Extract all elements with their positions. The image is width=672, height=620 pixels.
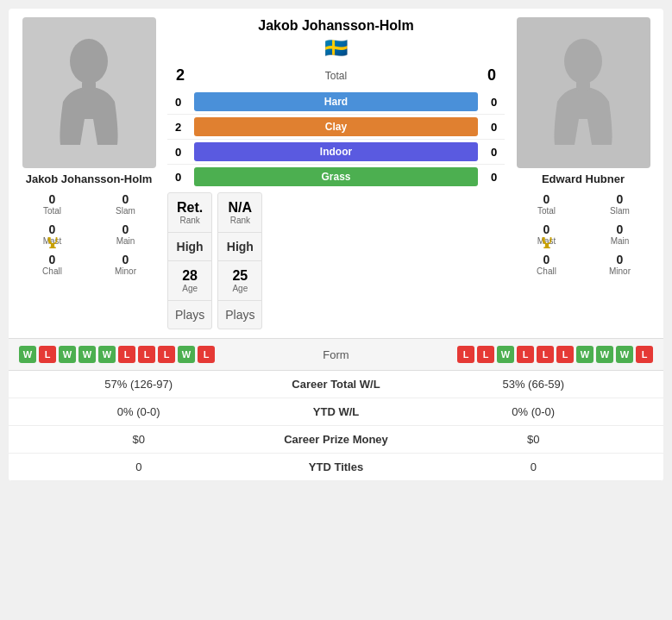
prize-left: $0 — [19, 433, 259, 446]
clay-surface-row: 2 Clay 0 — [167, 115, 505, 140]
indoor-surface-btn[interactable]: Indoor — [194, 142, 478, 161]
stats-table: 57% (126-97) Career Total W/L 53% (66-59… — [9, 370, 663, 481]
career-wl-left: 57% (126-97) — [19, 378, 259, 391]
left-rank-row: Ret. Rank — [168, 193, 211, 233]
center-info-boxes: Ret. Rank High 28 Age Plays — [167, 192, 505, 329]
form-badge-w: W — [576, 346, 593, 363]
left-minor-stat: 0 Minor — [89, 249, 162, 279]
clay-surface-btn[interactable]: Clay — [194, 117, 478, 136]
right-high-row: High — [218, 233, 261, 261]
indoor-right-val: 0 — [483, 146, 505, 159]
svg-point-2 — [564, 39, 602, 84]
top-compare: Jakob Johansson-Holm 0 Total 0 Slam 0 Ma… — [9, 9, 663, 338]
right-slam-stat: 0 Slam — [583, 189, 656, 219]
right-chall-val: 0 — [543, 253, 550, 266]
left-chall-lbl: Chall — [42, 266, 62, 276]
form-badge-w: W — [19, 346, 36, 363]
right-age-lbl: Age — [232, 284, 248, 293]
clay-right-val: 0 — [483, 121, 505, 134]
form-badge-w: W — [616, 346, 633, 363]
form-badge-l: L — [39, 346, 56, 363]
total-left-val: 2 — [167, 66, 193, 85]
ytd-wl-right: 0% (0-0) — [414, 405, 654, 418]
form-badge-w: W — [596, 346, 613, 363]
right-player-silhouette — [544, 37, 622, 149]
prize-right: $0 — [414, 433, 654, 446]
right-total-val: 0 — [543, 192, 550, 206]
left-age-lbl: Age — [182, 284, 198, 293]
right-rank-row: N/A Rank — [218, 193, 261, 233]
right-total-lbl: Total — [537, 206, 556, 216]
left-player-flag: 🇸🇪 — [324, 37, 348, 59]
left-total-stat: 0 Total — [16, 189, 89, 219]
form-badge-w: W — [178, 346, 195, 363]
left-slam-lbl: Slam — [116, 206, 135, 216]
right-plays-row: Plays — [218, 301, 261, 329]
total-center-lbl: Total — [325, 70, 347, 82]
left-player-avatar — [22, 17, 156, 168]
left-total-val: 0 — [49, 192, 56, 206]
left-age-row: 28 Age — [168, 261, 211, 301]
right-main-val: 0 — [617, 222, 624, 236]
right-minor-val: 0 — [617, 253, 624, 266]
right-chall-lbl: Chall — [537, 266, 556, 276]
left-rank-val: Ret. — [177, 200, 203, 216]
form-label: Form — [302, 348, 371, 361]
svg-point-0 — [70, 39, 108, 84]
hard-surface-row: 0 Hard 0 — [167, 90, 505, 115]
career-wl-row: 57% (126-97) Career Total W/L 53% (66-59… — [9, 371, 663, 398]
right-player-stats-grid: 0 Total 0 Slam 0 Mast 0 Main — [510, 189, 656, 279]
form-badge-w: W — [98, 346, 116, 363]
form-badge-l: L — [198, 346, 215, 363]
left-slam-stat: 0 Slam — [89, 189, 162, 219]
form-badge-w: W — [59, 346, 76, 363]
right-total-stat: 0 Total — [510, 189, 583, 219]
ytd-titles-left: 0 — [19, 460, 259, 473]
left-plays-row: Plays — [168, 301, 211, 329]
career-wl-label: Career Total W/L — [259, 378, 414, 391]
right-mast-stat: 0 Mast — [510, 219, 583, 249]
left-main-val: 0 — [122, 222, 129, 236]
right-form-badges: LLWLLLWWWL — [376, 346, 654, 363]
ytd-titles-row: 0 YTD Titles 0 — [9, 454, 663, 481]
right-stats-box: N/A Rank High 25 Age Plays — [217, 192, 262, 329]
total-line: 2 Total 0 — [167, 65, 505, 90]
right-mast-val: 0 — [543, 222, 550, 236]
left-main-lbl: Main — [116, 236, 135, 246]
career-wl-right: 53% (66-59) — [414, 378, 654, 391]
grass-surface-row: 0 Grass 0 — [167, 165, 505, 189]
left-player-name: Jakob Johansson-Holm — [26, 172, 153, 185]
right-player-panel: Edward Hubner 0 Total 0 Slam 0 Mast — [510, 17, 656, 279]
left-chall-stat: 0 Chall — [16, 249, 89, 279]
right-main-stat: 0 Main — [583, 219, 656, 249]
left-plays-lbl: Plays — [175, 308, 204, 322]
left-player-stats-grid: 0 Total 0 Slam 0 Mast 0 Main — [16, 189, 162, 279]
hard-surface-btn[interactable]: Hard — [194, 92, 478, 111]
svg-rect-1 — [82, 80, 96, 91]
main-container: Jakob Johansson-Holm 0 Total 0 Slam 0 Ma… — [9, 9, 663, 481]
right-main-lbl: Main — [611, 236, 630, 246]
left-player-panel: Jakob Johansson-Holm 0 Total 0 Slam 0 Ma… — [16, 17, 162, 279]
grass-surface-btn[interactable]: Grass — [194, 167, 478, 186]
form-badge-l: L — [556, 346, 574, 363]
form-badge-w: W — [497, 346, 514, 363]
left-age-val: 28 — [182, 268, 198, 284]
right-age-row: 25 Age — [218, 261, 261, 301]
left-high-val: High — [177, 240, 204, 254]
right-slam-lbl: Slam — [610, 206, 630, 216]
right-player-avatar — [517, 17, 650, 168]
ytd-wl-left: 0% (0-0) — [19, 405, 259, 418]
left-minor-lbl: Minor — [115, 266, 136, 276]
left-minor-val: 0 — [122, 253, 129, 266]
left-form-badges: WLWWWLLLWL — [19, 346, 297, 363]
right-high-val: High — [227, 240, 254, 254]
hard-left-val: 0 — [167, 96, 189, 109]
form-badge-l: L — [537, 346, 554, 363]
form-section: WLWWWLLLWL Form LLWLLLWWWL — [9, 338, 663, 370]
form-badge-l: L — [118, 346, 135, 363]
form-badge-l: L — [457, 346, 474, 363]
prize-row: $0 Career Prize Money $0 — [9, 426, 663, 454]
prize-label: Career Prize Money — [259, 433, 414, 446]
clay-left-val: 2 — [167, 121, 189, 134]
form-badge-l: L — [636, 346, 653, 363]
